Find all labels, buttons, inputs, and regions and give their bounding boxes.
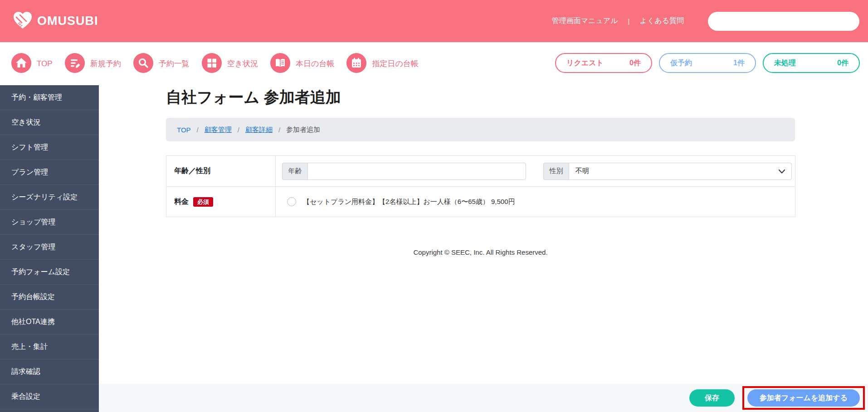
badge-request-label: リクエスト [566,58,604,68]
sidebar-item-reservation-customer[interactable]: 予約・顧客管理 [0,85,99,110]
price-label: 料金 [174,197,189,207]
grid-icon [202,53,222,75]
page-title: 自社フォーム 参加者追加 [166,87,341,108]
price-option-label: 【セットプラン用料金】【2名様以上】お一人様（6〜65歳） 9,500円 [303,198,515,206]
sidebar-item-shared[interactable]: 乗合設定 [0,384,99,409]
breadcrumb-separator: / [197,126,199,134]
nav-label-date-ledger: 指定日の台帳 [372,58,418,69]
breadcrumb: TOP / 顧客管理 / 顧客詳細 / 参加者追加 [166,118,795,141]
brand-name: OMUSUBI [37,14,98,28]
calendar-icon [346,53,366,75]
badge-provisional[interactable]: 仮予約 1件 [659,53,756,73]
price-radio[interactable] [287,197,296,206]
sidebar-item-ota[interactable]: 他社OTA連携 [0,310,99,334]
nav-item-availability[interactable]: 空き状況 [202,53,258,75]
nav-item-new-reservation[interactable]: 新規予約 [65,53,121,75]
gender-select-value: 不明 [575,167,589,175]
participant-form-table: 年齢／性別 年齢 性別 不明 [166,155,795,217]
age-input-group: 年齢 [282,163,526,180]
chevron-down-icon [779,167,785,175]
age-gender-label: 年齢／性別 [166,156,276,186]
nav-label-today-ledger: 本日の台帳 [296,58,334,69]
sidebar-item-shop[interactable]: ショップ管理 [0,210,99,235]
footer-action-bar: 保存 参加者フォームを追加する [99,384,868,412]
price-content: 【セットプラン用料金】【2名様以上】お一人様（6〜65歳） 9,500円 [276,187,795,217]
breadcrumb-separator: / [278,126,280,134]
nav-item-reservation-list[interactable]: 予約一覧 [133,53,190,75]
gender-input-group: 性別 不明 [543,163,792,180]
sidebar-item-reservation-form[interactable]: 予約フォーム設定 [0,260,99,285]
new-reservation-icon [65,53,85,75]
faq-link[interactable]: よくある質問 [640,16,684,26]
price-row: 料金 必須 【セットプラン用料金】【2名様以上】お一人様（6〜65歳） 9,50… [166,186,795,217]
age-prefix-label: 年齢 [282,163,307,180]
breadcrumb-separator: / [238,126,239,134]
header-search-input[interactable] [708,12,859,31]
price-label-cell: 料金 必須 [166,187,276,217]
breadcrumb-customer-detail[interactable]: 顧客詳細 [245,126,273,134]
sidebar-item-sales[interactable]: 売上・集計 [0,334,99,359]
sidebar-item-shift[interactable]: シフト管理 [0,135,99,160]
age-input[interactable] [307,163,526,180]
age-gender-row: 年齢／性別 年齢 性別 不明 [166,156,795,186]
brand-logo[interactable]: OMUSUBI [13,11,98,31]
save-button[interactable]: 保存 [689,389,735,407]
nav-label-reservation-list: 予約一覧 [159,58,190,69]
nav-label-new-reservation: 新規予約 [90,58,121,69]
nav-item-date-ledger[interactable]: 指定日の台帳 [346,53,418,75]
sidebar-item-availability[interactable]: 空き状況 [0,110,99,135]
main-content: 自社フォーム 参加者追加 TOP / 顧客管理 / 顧客詳細 / 参加者追加 年… [99,85,868,384]
badge-unprocessed[interactable]: 未処理 0件 [763,53,860,73]
manual-link[interactable]: 管理画面マニュアル [552,16,618,26]
age-gender-content: 年齢 性別 不明 [276,156,795,186]
badge-unprocessed-count: 0件 [837,58,848,68]
sidebar: 予約・顧客管理 空き状況 シフト管理 プラン管理 シーズナリティ設定 ショップ管… [0,85,99,412]
main-navbar: TOP 新規予約 予約一覧 [0,42,868,85]
header-link-divider: | [628,17,630,25]
nav-item-top[interactable]: TOP [11,53,53,75]
sidebar-item-billing[interactable]: 請求確認 [0,359,99,384]
sidebar-item-reservation-ledger[interactable]: 予約台帳設定 [0,285,99,310]
nav-label-top: TOP [37,59,53,68]
red-highlight-box: 参加者フォームを追加する [742,386,865,410]
badge-provisional-count: 1件 [733,58,745,68]
breadcrumb-current: 参加者追加 [286,126,320,134]
header-links: 管理画面マニュアル | よくある質問 [552,12,859,31]
nav-item-today-ledger[interactable]: 本日の台帳 [270,53,334,75]
badge-provisional-label: 仮予約 [670,58,692,68]
badge-unprocessed-label: 未処理 [774,58,796,68]
add-participant-form-button[interactable]: 参加者フォームを追加する [747,389,860,407]
breadcrumb-customer-management[interactable]: 顧客管理 [205,126,232,134]
badge-request-count: 0件 [629,58,641,68]
gender-prefix-label: 性別 [543,163,569,180]
app-header: OMUSUBI 管理画面マニュアル | よくある質問 [0,0,868,42]
required-badge: 必須 [193,197,213,207]
sidebar-item-plan[interactable]: プラン管理 [0,160,99,185]
breadcrumb-top[interactable]: TOP [177,126,191,134]
nav-label-availability: 空き状況 [227,58,258,69]
book-icon [270,53,290,75]
home-icon [11,53,31,75]
status-badges: リクエスト 0件 仮予約 1件 未処理 0件 [555,53,860,73]
sidebar-item-seasonality[interactable]: シーズナリティ設定 [0,185,99,210]
badge-request[interactable]: リクエスト 0件 [555,53,652,73]
nav-items: TOP 新規予約 予約一覧 [11,42,419,85]
gender-select[interactable]: 不明 [569,163,792,180]
sidebar-item-staff[interactable]: スタッフ管理 [0,235,99,260]
omusubi-heart-hands-icon [13,11,33,31]
copyright-text: Copyright © SEEC, Inc. All Rights Reserv… [166,248,795,256]
page: OMUSUBI 管理画面マニュアル | よくある質問 TOP [0,0,868,412]
search-icon [133,53,153,75]
